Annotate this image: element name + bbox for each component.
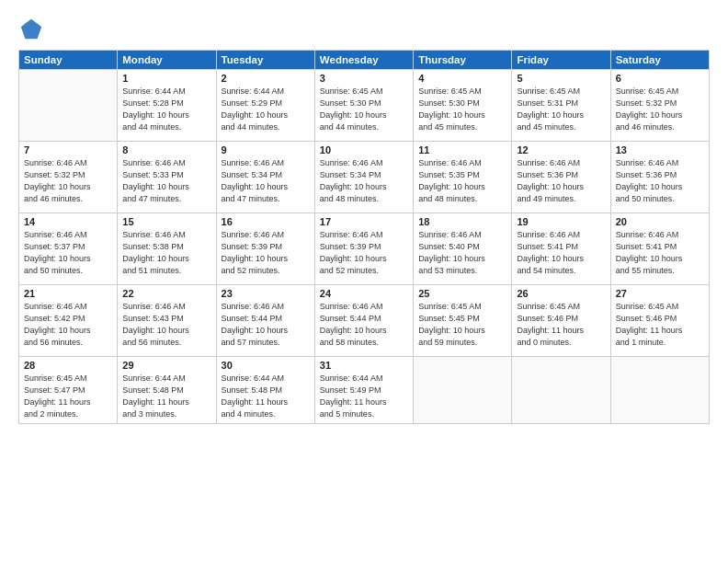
calendar-week-5: 28Sunrise: 6:45 AMSunset: 5:47 PMDayligh… <box>19 357 710 424</box>
day-number: 17 <box>320 216 408 227</box>
cell-content: Sunrise: 6:46 AMSunset: 5:33 PMDaylight:… <box>122 157 210 205</box>
calendar-cell: 14Sunrise: 6:46 AMSunset: 5:37 PMDayligh… <box>19 213 118 285</box>
calendar-cell: 22Sunrise: 6:46 AMSunset: 5:43 PMDayligh… <box>118 285 216 357</box>
day-number: 5 <box>517 73 605 84</box>
calendar-cell: 4Sunrise: 6:45 AMSunset: 5:30 PMDaylight… <box>414 70 512 142</box>
calendar-cell <box>512 357 610 424</box>
day-number: 20 <box>616 216 704 227</box>
day-number: 30 <box>222 360 310 371</box>
calendar-cell: 6Sunrise: 6:45 AMSunset: 5:32 PMDaylight… <box>610 70 709 142</box>
day-number: 1 <box>122 73 210 84</box>
day-number: 10 <box>320 144 408 155</box>
cell-content: Sunrise: 6:46 AMSunset: 5:41 PMDaylight:… <box>517 229 605 277</box>
calendar-cell: 13Sunrise: 6:46 AMSunset: 5:36 PMDayligh… <box>610 142 709 213</box>
page: SundayMondayTuesdayWednesdayThursdayFrid… <box>0 0 728 563</box>
calendar-cell: 24Sunrise: 6:46 AMSunset: 5:44 PMDayligh… <box>314 285 413 357</box>
calendar-cell: 19Sunrise: 6:46 AMSunset: 5:41 PMDayligh… <box>512 213 610 285</box>
calendar-header: SundayMondayTuesdayWednesdayThursdayFrid… <box>19 51 710 70</box>
cell-content: Sunrise: 6:44 AMSunset: 5:48 PMDaylight:… <box>222 373 310 420</box>
calendar-cell: 28Sunrise: 6:45 AMSunset: 5:47 PMDayligh… <box>19 357 118 424</box>
weekday-header-saturday: Saturday <box>610 51 709 70</box>
weekday-header-tuesday: Tuesday <box>216 51 314 70</box>
cell-content: Sunrise: 6:45 AMSunset: 5:31 PMDaylight:… <box>517 86 605 133</box>
calendar-cell: 25Sunrise: 6:45 AMSunset: 5:45 PMDayligh… <box>414 285 512 357</box>
calendar-cell: 26Sunrise: 6:45 AMSunset: 5:46 PMDayligh… <box>512 285 610 357</box>
cell-content: Sunrise: 6:45 AMSunset: 5:32 PMDaylight:… <box>616 86 704 133</box>
calendar-cell: 17Sunrise: 6:46 AMSunset: 5:39 PMDayligh… <box>314 213 413 285</box>
day-number: 24 <box>320 288 408 299</box>
cell-content: Sunrise: 6:44 AMSunset: 5:28 PMDaylight:… <box>122 86 210 133</box>
calendar-cell: 15Sunrise: 6:46 AMSunset: 5:38 PMDayligh… <box>118 213 216 285</box>
calendar-cell: 27Sunrise: 6:45 AMSunset: 5:46 PMDayligh… <box>610 285 709 357</box>
cell-content: Sunrise: 6:46 AMSunset: 5:37 PMDaylight:… <box>24 229 112 277</box>
day-number: 18 <box>418 216 506 227</box>
calendar-cell: 23Sunrise: 6:46 AMSunset: 5:44 PMDayligh… <box>216 285 314 357</box>
calendar-cell: 7Sunrise: 6:46 AMSunset: 5:32 PMDaylight… <box>19 142 118 213</box>
calendar-body: 1Sunrise: 6:44 AMSunset: 5:28 PMDaylight… <box>19 70 710 424</box>
calendar-cell: 16Sunrise: 6:46 AMSunset: 5:39 PMDayligh… <box>216 213 314 285</box>
cell-content: Sunrise: 6:45 AMSunset: 5:46 PMDaylight:… <box>517 301 605 349</box>
calendar-cell <box>610 357 709 424</box>
calendar-cell: 11Sunrise: 6:46 AMSunset: 5:35 PMDayligh… <box>414 142 512 213</box>
day-number: 7 <box>24 144 112 155</box>
calendar-cell: 8Sunrise: 6:46 AMSunset: 5:33 PMDaylight… <box>118 142 216 213</box>
calendar-cell: 1Sunrise: 6:44 AMSunset: 5:28 PMDaylight… <box>118 70 216 142</box>
calendar-cell <box>414 357 512 424</box>
cell-content: Sunrise: 6:46 AMSunset: 5:35 PMDaylight:… <box>418 157 506 205</box>
cell-content: Sunrise: 6:45 AMSunset: 5:46 PMDaylight:… <box>616 301 704 349</box>
cell-content: Sunrise: 6:44 AMSunset: 5:29 PMDaylight:… <box>222 86 310 133</box>
day-number: 15 <box>122 216 210 227</box>
day-number: 3 <box>320 73 408 84</box>
cell-content: Sunrise: 6:46 AMSunset: 5:44 PMDaylight:… <box>222 301 310 349</box>
day-number: 21 <box>24 288 112 299</box>
cell-content: Sunrise: 6:46 AMSunset: 5:34 PMDaylight:… <box>222 157 310 205</box>
calendar-cell: 30Sunrise: 6:44 AMSunset: 5:48 PMDayligh… <box>216 357 314 424</box>
cell-content: Sunrise: 6:46 AMSunset: 5:39 PMDaylight:… <box>320 229 408 277</box>
calendar-cell: 20Sunrise: 6:46 AMSunset: 5:41 PMDayligh… <box>610 213 709 285</box>
cell-content: Sunrise: 6:45 AMSunset: 5:47 PMDaylight:… <box>24 373 112 420</box>
day-number: 22 <box>122 288 210 299</box>
calendar-week-4: 21Sunrise: 6:46 AMSunset: 5:42 PMDayligh… <box>19 285 710 357</box>
day-number: 23 <box>222 288 310 299</box>
day-number: 26 <box>517 288 605 299</box>
day-number: 27 <box>616 288 704 299</box>
day-number: 25 <box>418 288 506 299</box>
cell-content: Sunrise: 6:46 AMSunset: 5:38 PMDaylight:… <box>122 229 210 277</box>
cell-content: Sunrise: 6:45 AMSunset: 5:30 PMDaylight:… <box>418 86 506 133</box>
weekday-header-monday: Monday <box>118 51 216 70</box>
calendar-cell: 21Sunrise: 6:46 AMSunset: 5:42 PMDayligh… <box>19 285 118 357</box>
day-number: 29 <box>122 360 210 371</box>
calendar-cell: 31Sunrise: 6:44 AMSunset: 5:49 PMDayligh… <box>314 357 413 424</box>
calendar-week-1: 1Sunrise: 6:44 AMSunset: 5:28 PMDaylight… <box>19 70 710 142</box>
cell-content: Sunrise: 6:46 AMSunset: 5:40 PMDaylight:… <box>418 229 506 277</box>
day-number: 8 <box>122 144 210 155</box>
day-number: 12 <box>517 144 605 155</box>
calendar-table: SundayMondayTuesdayWednesdayThursdayFrid… <box>18 50 710 424</box>
calendar-week-2: 7Sunrise: 6:46 AMSunset: 5:32 PMDaylight… <box>19 142 710 213</box>
cell-content: Sunrise: 6:44 AMSunset: 5:49 PMDaylight:… <box>320 373 408 420</box>
day-number: 11 <box>418 144 506 155</box>
calendar-cell: 10Sunrise: 6:46 AMSunset: 5:34 PMDayligh… <box>314 142 413 213</box>
calendar-cell <box>19 70 118 142</box>
day-number: 2 <box>222 73 310 84</box>
cell-content: Sunrise: 6:46 AMSunset: 5:32 PMDaylight:… <box>24 157 112 205</box>
logo-icon <box>18 17 44 42</box>
weekday-row: SundayMondayTuesdayWednesdayThursdayFrid… <box>19 51 710 70</box>
day-number: 6 <box>616 73 704 84</box>
calendar-cell: 18Sunrise: 6:46 AMSunset: 5:40 PMDayligh… <box>414 213 512 285</box>
cell-content: Sunrise: 6:46 AMSunset: 5:39 PMDaylight:… <box>222 229 310 277</box>
calendar-cell: 9Sunrise: 6:46 AMSunset: 5:34 PMDaylight… <box>216 142 314 213</box>
svg-marker-0 <box>21 19 41 39</box>
day-number: 31 <box>320 360 408 371</box>
weekday-header-wednesday: Wednesday <box>314 51 413 70</box>
day-number: 19 <box>517 216 605 227</box>
cell-content: Sunrise: 6:46 AMSunset: 5:43 PMDaylight:… <box>122 301 210 349</box>
calendar-week-3: 14Sunrise: 6:46 AMSunset: 5:37 PMDayligh… <box>19 213 710 285</box>
cell-content: Sunrise: 6:45 AMSunset: 5:45 PMDaylight:… <box>418 301 506 349</box>
cell-content: Sunrise: 6:46 AMSunset: 5:42 PMDaylight:… <box>24 301 112 349</box>
day-number: 4 <box>418 73 506 84</box>
day-number: 28 <box>24 360 112 371</box>
calendar-cell: 2Sunrise: 6:44 AMSunset: 5:29 PMDaylight… <box>216 70 314 142</box>
logo <box>18 17 48 42</box>
cell-content: Sunrise: 6:44 AMSunset: 5:48 PMDaylight:… <box>122 373 210 420</box>
